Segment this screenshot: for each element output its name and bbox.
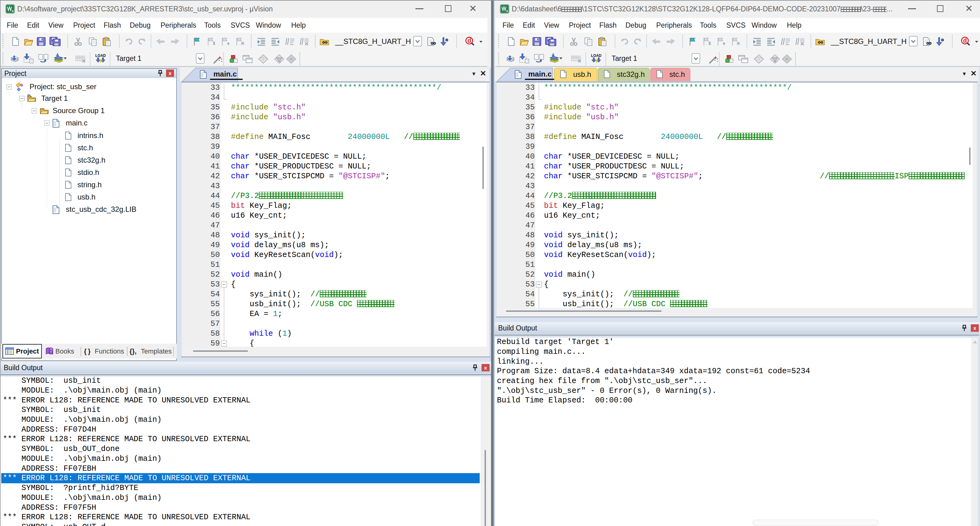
svg-text:x: x — [973, 325, 976, 331]
svg-text:d: d — [963, 37, 967, 44]
svg-text:x: x — [484, 365, 487, 371]
svg-text:LOAD: LOAD — [95, 54, 106, 58]
svg-text:x: x — [169, 70, 172, 76]
svg-text:s: s — [506, 9, 508, 13]
svg-text:s: s — [12, 9, 14, 13]
svg-text:LOAD: LOAD — [591, 54, 601, 58]
svg-text:?: ? — [50, 350, 52, 355]
svg-text:d: d — [468, 37, 471, 44]
